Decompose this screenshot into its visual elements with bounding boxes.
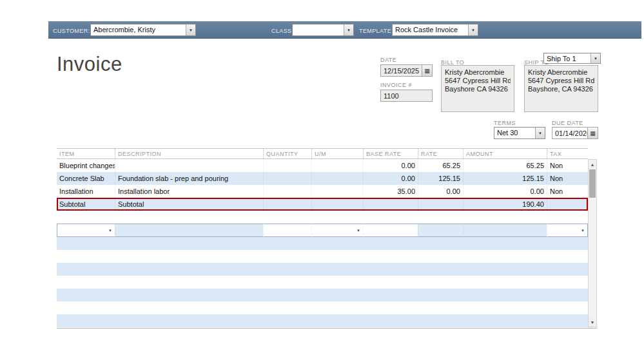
ship-to-box[interactable]: Kristy Abercrombie 5647 Cypress Hill Rd … <box>524 65 598 112</box>
template-dropdown[interactable]: Rock Castle Invoice ▼ <box>392 24 478 36</box>
page-title: Invoice <box>57 53 122 76</box>
um-select-cell[interactable]: ▼ <box>311 224 363 237</box>
due-date-value: 01/14/2026 <box>552 128 587 138</box>
cell-amount[interactable]: 125.15 <box>463 172 547 185</box>
table-header-row: ITEM DESCRIPTION QUANTITY U/M BASE RATE … <box>57 148 588 159</box>
ship-to-line: Bayshore, CA 94326 <box>528 85 594 93</box>
cell-amount[interactable]: 65.25 <box>463 159 547 172</box>
table-row[interactable]: Installation Installation labor 35.00 0.… <box>57 185 588 198</box>
tax-select-cell[interactable]: ▼ <box>547 224 588 237</box>
scroll-thumb[interactable] <box>589 169 596 198</box>
column-header-quantity: QUANTITY <box>263 149 311 158</box>
cell-base-rate[interactable] <box>363 198 418 211</box>
cell-quantity[interactable] <box>263 172 311 185</box>
cell-description[interactable] <box>115 159 263 172</box>
cell-rate[interactable]: 125.15 <box>418 172 463 185</box>
description-entry-cell[interactable] <box>115 224 263 237</box>
column-header-um: U/M <box>311 149 363 158</box>
bill-to-line: Kristy Abercrombie <box>445 68 511 77</box>
table-bottom-divider <box>57 328 597 329</box>
cell-tax[interactable]: Non <box>547 159 588 172</box>
column-header-base-rate: BASE RATE <box>363 149 418 158</box>
empty-line-row[interactable] <box>57 211 588 224</box>
terms-value: Net 30 <box>494 128 535 138</box>
item-select-cell[interactable]: ▼ <box>57 224 115 237</box>
template-label: TEMPLATE <box>359 28 391 34</box>
class-label: CLASS <box>271 28 292 34</box>
line-items-table: ITEM DESCRIPTION QUANTITY U/M BASE RATE … <box>57 148 588 327</box>
scroll-down-button[interactable]: ▼ <box>589 318 596 327</box>
cell-base-rate[interactable]: 0.00 <box>363 159 418 172</box>
empty-line-row[interactable] <box>57 250 588 263</box>
empty-line-row[interactable] <box>57 263 588 276</box>
empty-line-row[interactable] <box>57 289 588 301</box>
terms-dropdown[interactable]: Net 30 ▼ <box>494 127 545 139</box>
empty-line-row[interactable] <box>57 301 588 314</box>
ship-to-dropdown[interactable]: Ship To 1 ▼ <box>543 53 601 64</box>
cell-description[interactable]: Subtotal <box>115 198 263 211</box>
calendar-icon[interactable]: ▦ <box>587 128 598 138</box>
dropdown-arrow-icon[interactable]: ▼ <box>590 53 600 63</box>
dropdown-arrow-icon[interactable]: ▼ <box>344 24 353 35</box>
invoice-number-label: INVOICE # <box>380 82 412 88</box>
amount-entry-cell[interactable] <box>463 224 547 237</box>
dropdown-arrow-icon[interactable]: ▼ <box>186 24 195 35</box>
dropdown-arrow-icon[interactable]: ▼ <box>581 229 585 233</box>
form-header-bar: CUSTOMER:JOB Abercrombie, Kristy ▼ CLASS… <box>48 21 641 39</box>
customer-job-value: Abercrombie, Kristy <box>91 24 186 35</box>
customer-job-dropdown[interactable]: Abercrombie, Kristy ▼ <box>90 24 196 36</box>
cell-um[interactable] <box>311 185 363 198</box>
table-scrollbar[interactable]: ▲ ▼ <box>588 159 597 327</box>
empty-line-row[interactable] <box>57 237 588 250</box>
rate-entry-cell[interactable] <box>418 224 463 237</box>
cell-base-rate[interactable]: 35.00 <box>363 185 418 198</box>
column-header-rate: RATE <box>418 149 463 158</box>
cell-um[interactable] <box>311 172 363 185</box>
class-dropdown[interactable]: ▼ <box>292 24 354 36</box>
base-rate-entry-cell[interactable] <box>363 224 418 237</box>
date-input[interactable]: 12/15/2025 ▦ <box>380 64 433 77</box>
column-header-item: ITEM <box>57 149 115 158</box>
column-header-description: DESCRIPTION <box>115 149 263 158</box>
cell-um[interactable] <box>311 198 363 211</box>
dropdown-arrow-icon[interactable]: ▼ <box>356 229 360 233</box>
calendar-icon[interactable]: ▦ <box>422 65 432 76</box>
ship-to-line: 5647 Cypress Hill Rd <box>528 77 594 85</box>
cell-quantity[interactable] <box>263 198 311 211</box>
empty-line-row[interactable] <box>57 314 588 327</box>
dropdown-arrow-icon[interactable]: ▼ <box>468 24 478 35</box>
cell-quantity[interactable] <box>263 185 311 198</box>
cell-amount[interactable]: 0.00 <box>463 185 547 198</box>
bill-to-box[interactable]: Kristy Abercrombie 5647 Cypress Hill Rd … <box>441 65 514 112</box>
cell-rate[interactable] <box>418 198 463 211</box>
cell-quantity[interactable] <box>263 159 311 172</box>
dropdown-arrow-icon[interactable]: ▼ <box>108 229 112 233</box>
dropdown-arrow-icon[interactable]: ▼ <box>535 128 545 138</box>
due-date-input[interactable]: 01/14/2026 ▦ <box>552 127 598 139</box>
invoice-number-input[interactable]: 1100 <box>380 90 433 102</box>
new-line-entry-row[interactable]: ▼ ▼ ▼ <box>57 224 588 237</box>
cell-base-rate[interactable]: 0.00 <box>363 172 418 185</box>
cell-item[interactable]: Installation <box>57 185 115 198</box>
ship-to-selected: Ship To 1 <box>544 53 590 63</box>
cell-description[interactable]: Installation labor <box>115 185 263 198</box>
empty-line-row[interactable] <box>57 276 588 289</box>
cell-item[interactable]: Concrete Slab <box>57 172 115 185</box>
column-header-tax: TAX <box>547 149 588 158</box>
table-row[interactable]: Blueprint changes 0.00 65.25 65.25 Non <box>57 159 588 172</box>
cell-rate[interactable]: 0.00 <box>418 185 463 198</box>
cell-amount[interactable]: 190.40 <box>463 198 547 211</box>
cell-tax[interactable] <box>547 198 588 211</box>
subtotal-row[interactable]: Subtotal Subtotal 190.40 <box>57 198 588 211</box>
table-row[interactable]: Concrete Slab Foundation slab - prep and… <box>57 172 588 185</box>
cell-item[interactable]: Subtotal <box>57 198 115 211</box>
scroll-up-button[interactable]: ▲ <box>589 160 596 169</box>
quantity-entry-cell[interactable] <box>263 224 311 237</box>
cell-um[interactable] <box>311 159 363 172</box>
cell-description[interactable]: Foundation slab - prep and pouring <box>115 172 263 185</box>
invoice-number-value: 1100 <box>381 90 432 101</box>
cell-item[interactable]: Blueprint changes <box>57 159 115 172</box>
cell-tax[interactable]: Non <box>547 172 588 185</box>
cell-rate[interactable]: 65.25 <box>418 159 463 172</box>
cell-tax[interactable]: Non <box>547 185 588 198</box>
